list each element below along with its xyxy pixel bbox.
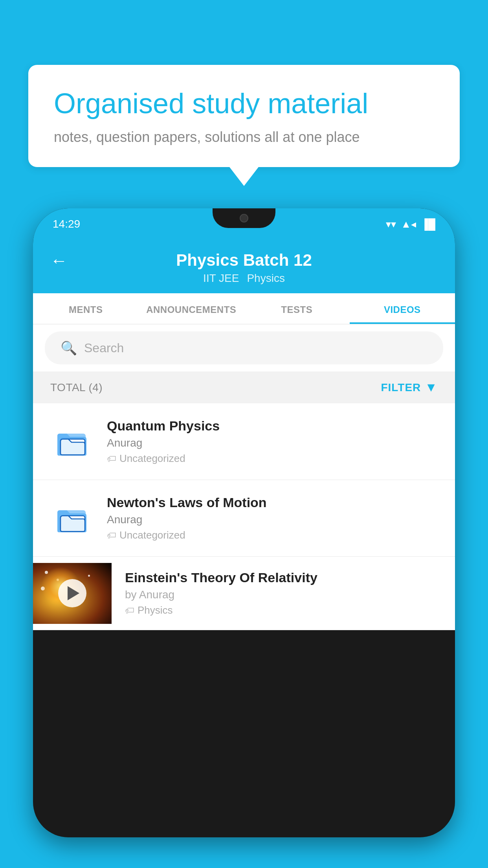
bubble-subtitle: notes, question papers, solutions all at…	[54, 129, 434, 145]
battery-icon: ▐█	[421, 218, 435, 230]
tabs-bar: MENTS ANNOUNCEMENTS TESTS VIDEOS	[33, 293, 455, 324]
video-author-2: Anurag	[107, 513, 438, 526]
tag-iit-jee: IIT JEE	[203, 272, 239, 285]
folder-thumbnail-2	[50, 497, 94, 540]
tag-icon-3: 🏷	[125, 605, 134, 616]
tab-announcements[interactable]: ANNOUNCEMENTS	[139, 293, 244, 324]
video-title: Quantum Physics	[107, 418, 438, 434]
speech-bubble: Organised study material notes, question…	[28, 65, 460, 167]
list-item[interactable]: Quantum Physics Anurag 🏷 Uncategorized	[33, 403, 455, 480]
play-triangle	[68, 586, 79, 600]
tag-icon-2: 🏷	[107, 530, 116, 541]
video-thumbnail	[33, 563, 112, 624]
phone-frame: 14:29 ▾▾ ▲◂ ▐█ ← Physics Batch 12 IIT JE…	[33, 208, 455, 837]
filter-button[interactable]: FILTER ▼	[381, 380, 438, 395]
tab-ments[interactable]: MENTS	[33, 293, 139, 324]
total-count: TOTAL (4)	[50, 381, 103, 394]
star-particle	[88, 575, 90, 577]
header-subtitle: IIT JEE Physics	[203, 272, 285, 285]
filter-label: FILTER	[381, 381, 421, 394]
back-button[interactable]: ←	[50, 251, 68, 270]
search-icon: 🔍	[61, 340, 77, 356]
header-title: Physics Batch 12	[176, 251, 312, 270]
app-header: ← Physics Batch 12 IIT JEE Physics	[33, 240, 455, 293]
wifi-icon: ▾▾	[386, 218, 396, 230]
filter-icon: ▼	[425, 380, 438, 395]
tag-physics: Physics	[247, 272, 284, 285]
tag-icon: 🏷	[107, 453, 116, 464]
video-info-2: Newton's Laws of Motion Anurag 🏷 Uncateg…	[107, 495, 438, 541]
video-list: Quantum Physics Anurag 🏷 Uncategorized	[33, 403, 455, 630]
video-info: Quantum Physics Anurag 🏷 Uncategorized	[107, 418, 438, 465]
video-tag: 🏷 Uncategorized	[107, 452, 438, 465]
video-title-2: Newton's Laws of Motion	[107, 495, 438, 510]
video-tag-3: 🏷 Physics	[125, 604, 438, 616]
status-icons: ▾▾ ▲◂ ▐█	[386, 218, 435, 230]
search-input-box[interactable]: 🔍 Search	[45, 331, 443, 364]
folder-icon-2	[54, 500, 90, 536]
video-info-3: Einstein's Theory Of Relativity by Anura…	[125, 557, 438, 630]
signal-icon: ▲◂	[401, 218, 416, 230]
play-button[interactable]	[58, 579, 86, 607]
status-time: 14:29	[53, 218, 80, 230]
bubble-title: Organised study material	[54, 86, 434, 120]
tab-tests[interactable]: TESTS	[244, 293, 350, 324]
list-item[interactable]: Newton's Laws of Motion Anurag 🏷 Uncateg…	[33, 480, 455, 557]
phone-container: 14:29 ▾▾ ▲◂ ▐█ ← Physics Batch 12 IIT JE…	[33, 208, 455, 868]
camera-dot	[240, 214, 248, 223]
video-title-3: Einstein's Theory Of Relativity	[125, 570, 438, 585]
video-author: Anurag	[107, 437, 438, 449]
search-placeholder: Search	[84, 341, 124, 355]
notch	[213, 208, 275, 228]
list-item-video[interactable]: Einstein's Theory Of Relativity by Anura…	[33, 557, 455, 630]
video-tag-2: 🏷 Uncategorized	[107, 529, 438, 541]
filter-bar: TOTAL (4) FILTER ▼	[33, 371, 455, 403]
status-bar: 14:29 ▾▾ ▲◂ ▐█	[33, 208, 455, 240]
tab-videos[interactable]: VIDEOS	[350, 293, 455, 324]
folder-icon	[54, 424, 90, 459]
search-container: 🔍 Search	[33, 324, 455, 371]
video-author-3: by Anurag	[125, 588, 438, 601]
folder-thumbnail	[50, 420, 94, 463]
